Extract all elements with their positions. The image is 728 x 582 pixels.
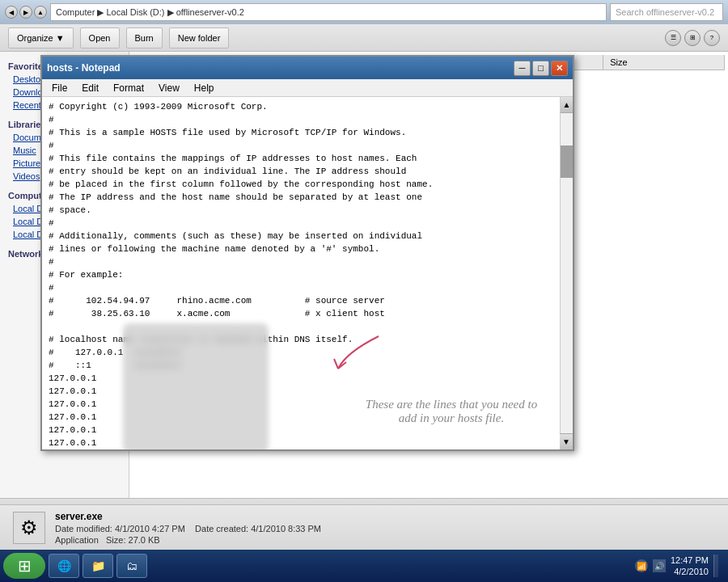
breadcrumb[interactable]: Computer ▶ Local Disk (D:) ▶ offlineserv… bbox=[50, 3, 607, 21]
blur-overlay bbox=[123, 323, 269, 449]
scroll-thumb[interactable] bbox=[561, 146, 573, 178]
burn-button[interactable]: Burn bbox=[126, 27, 163, 48]
minimize-button[interactable]: ─ bbox=[514, 61, 531, 76]
show-desktop-button[interactable] bbox=[713, 555, 718, 577]
start-button[interactable]: ⊞ bbox=[3, 553, 45, 579]
notepad-content: # Copyright (c) 1993-2009 Microsoft Corp… bbox=[42, 97, 573, 449]
back-button[interactable]: ◀ bbox=[5, 6, 18, 19]
notepad-window: hosts - Notepad ─ □ ✕ File Edit Format V… bbox=[40, 55, 574, 451]
notepad-titlebar: hosts - Notepad ─ □ ✕ bbox=[42, 57, 573, 79]
nav-buttons: ◀ ▶ ▲ bbox=[5, 6, 47, 19]
file-info-text: server.exe Date modified: 4/1/2010 4:27 … bbox=[55, 511, 321, 545]
notepad-menubar: File Edit Format View Help bbox=[42, 79, 573, 97]
file-name: server.exe bbox=[55, 511, 321, 522]
files-icon: 🗂 bbox=[125, 559, 138, 572]
notepad-window-buttons: ─ □ ✕ bbox=[514, 61, 568, 76]
view-details-button[interactable]: ⊞ bbox=[684, 30, 700, 46]
folder-icon: 📁 bbox=[91, 559, 104, 572]
view-list-button[interactable]: ☰ bbox=[665, 30, 681, 46]
file-icon-large: ⚙ bbox=[13, 512, 45, 544]
menu-format[interactable]: Format bbox=[107, 81, 150, 95]
up-button[interactable]: ▲ bbox=[34, 6, 47, 19]
taskbar-app-manager[interactable]: 🗂 bbox=[116, 554, 147, 578]
file-info-bar: ⚙ server.exe Date modified: 4/1/2010 4:2… bbox=[0, 504, 728, 550]
forward-button[interactable]: ▶ bbox=[19, 6, 32, 19]
notepad-text[interactable]: # Copyright (c) 1993-2009 Microsoft Corp… bbox=[42, 97, 560, 449]
menu-view[interactable]: View bbox=[152, 81, 186, 95]
explorer-titlebar: ◀ ▶ ▲ Computer ▶ Local Disk (D:) ▶ offli… bbox=[0, 0, 728, 24]
search-bar[interactable]: Search offlineserver-v0.2 bbox=[610, 3, 723, 21]
file-type-size: Application Size: 27.0 KB bbox=[55, 535, 321, 545]
maximize-button[interactable]: □ bbox=[532, 61, 549, 76]
scroll-up[interactable]: ▲ bbox=[561, 97, 573, 113]
notepad-scrollbar[interactable]: ▲ ▼ bbox=[560, 97, 573, 449]
organize-button[interactable]: Organize ▼ bbox=[8, 27, 74, 48]
notepad-title: hosts - Notepad bbox=[47, 62, 121, 74]
chrome-icon: 🌐 bbox=[57, 559, 70, 572]
new-folder-button[interactable]: New folder bbox=[169, 27, 230, 48]
close-button[interactable]: ✕ bbox=[551, 61, 568, 76]
windows-logo-icon: ⊞ bbox=[18, 556, 32, 576]
file-date-modified: Date modified: 4/1/2010 4:27 PM Date cre… bbox=[55, 524, 321, 534]
taskbar: ⊞ 🌐 📁 🗂 📶 🔊 12:47 PM 4/2/2010 bbox=[0, 550, 728, 582]
taskbar-right: 📶 🔊 12:47 PM 4/2/2010 bbox=[635, 555, 725, 578]
scroll-down[interactable]: ▼ bbox=[560, 433, 573, 449]
clock-date: 4/2/2010 bbox=[671, 566, 709, 577]
menu-file[interactable]: File bbox=[45, 81, 74, 95]
explorer-toolbar: Organize ▼ Open Burn New folder ☰ ⊞ ? bbox=[0, 24, 728, 52]
taskbar-app-explorer[interactable]: 📁 bbox=[83, 554, 113, 578]
clock-time: 12:47 PM bbox=[671, 555, 709, 566]
col-size[interactable]: Size bbox=[603, 55, 725, 70]
volume-icon[interactable]: 🔊 bbox=[653, 559, 666, 572]
network-icon[interactable]: 📶 bbox=[635, 559, 648, 572]
menu-help[interactable]: Help bbox=[188, 81, 221, 95]
taskbar-clock: 12:47 PM 4/2/2010 bbox=[671, 555, 709, 578]
menu-edit[interactable]: Edit bbox=[75, 81, 105, 95]
help-button[interactable]: ? bbox=[704, 30, 720, 46]
taskbar-app-chrome[interactable]: 🌐 bbox=[49, 554, 79, 578]
open-button[interactable]: Open bbox=[80, 27, 120, 48]
